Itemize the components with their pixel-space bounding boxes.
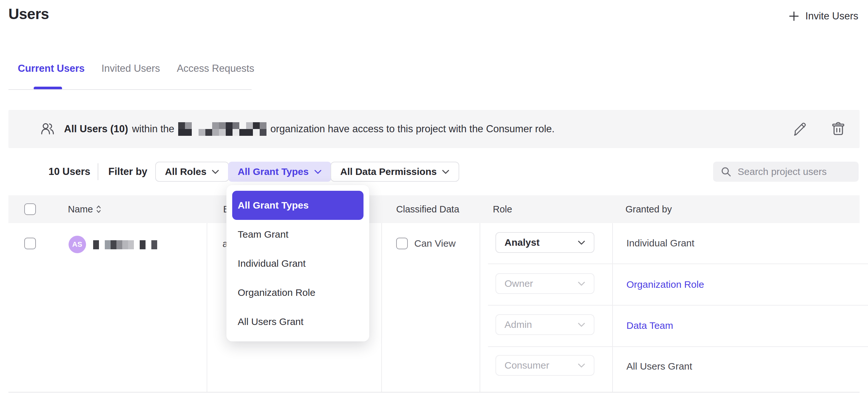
all-data-permissions-filter-button[interactable]: All Data Permissions bbox=[331, 162, 459, 182]
pencil-icon bbox=[792, 122, 807, 136]
avatar: AS bbox=[68, 236, 86, 253]
column-header-role[interactable]: Role bbox=[493, 195, 512, 223]
chevron-down-icon bbox=[578, 323, 585, 327]
redacted-org-name bbox=[178, 122, 267, 136]
plus-icon bbox=[788, 11, 800, 22]
role-select-value: Consumer bbox=[504, 360, 549, 371]
search-icon bbox=[721, 166, 731, 177]
name-header-label: Name bbox=[68, 204, 93, 215]
column-header-name[interactable]: Name bbox=[68, 195, 101, 223]
all-data-permissions-label: All Data Permissions bbox=[340, 166, 437, 177]
role-select-value: Admin bbox=[504, 319, 532, 330]
page-title: Users bbox=[8, 5, 49, 23]
menu-item-all-grant-types[interactable]: All Grant Types bbox=[232, 191, 364, 220]
redacted-user-name bbox=[93, 240, 157, 249]
column-header-granted-by[interactable]: Granted by bbox=[625, 195, 672, 223]
row-divider bbox=[488, 264, 868, 264]
all-roles-label: All Roles bbox=[165, 166, 206, 177]
chevron-down-icon bbox=[442, 170, 450, 174]
classified-data-header-label: Classified Data bbox=[396, 204, 459, 215]
granted-by-header-label: Granted by bbox=[625, 204, 672, 215]
role-header-label: Role bbox=[493, 204, 512, 215]
all-grant-types-filter-button[interactable]: All Grant Types bbox=[228, 162, 332, 182]
menu-item-individual-grant[interactable]: Individual Grant bbox=[226, 249, 369, 278]
users-icon bbox=[40, 122, 55, 136]
table-header: Name E Classified Data Role Granted by bbox=[8, 195, 860, 223]
role-select-admin: Admin bbox=[495, 314, 594, 335]
delete-banner-button[interactable] bbox=[831, 122, 845, 136]
can-view-label: Can View bbox=[414, 238, 456, 249]
search-input[interactable] bbox=[738, 166, 863, 177]
chevron-down-icon bbox=[578, 363, 585, 368]
user-count-label: 10 Users bbox=[49, 166, 90, 178]
all-users-banner: All Users (10) within the organization h… bbox=[8, 110, 860, 148]
chevron-down-icon bbox=[578, 240, 585, 245]
invite-users-button[interactable]: Invite Users bbox=[788, 10, 858, 22]
granted-by-all-users-grant: All Users Grant bbox=[626, 361, 692, 372]
sort-updown-icon[interactable] bbox=[96, 204, 101, 214]
banner-bold-text: All Users (10) bbox=[64, 123, 128, 135]
tab-bar: Current Users Invited Users Access Reque… bbox=[18, 63, 254, 74]
users-page: Users Invite Users Current Users Invited… bbox=[0, 0, 868, 399]
row-select-checkbox[interactable] bbox=[24, 238, 36, 249]
tab-current-users[interactable]: Current Users bbox=[18, 63, 85, 74]
row-divider bbox=[488, 305, 868, 306]
tab-access-requests[interactable]: Access Requests bbox=[177, 63, 254, 74]
invite-users-label: Invite Users bbox=[805, 10, 858, 22]
row-divider bbox=[8, 392, 860, 393]
column-divider bbox=[381, 223, 382, 392]
role-select-value: Owner bbox=[504, 278, 533, 289]
trash-icon bbox=[831, 122, 845, 136]
edit-banner-button[interactable] bbox=[792, 122, 807, 136]
menu-item-organization-role[interactable]: Organization Role bbox=[226, 278, 369, 307]
menu-item-all-users-grant[interactable]: All Users Grant bbox=[226, 307, 369, 336]
select-all-checkbox[interactable] bbox=[24, 204, 36, 215]
chevron-down-icon bbox=[212, 170, 219, 174]
granted-by-data-team-link[interactable]: Data Team bbox=[626, 320, 673, 331]
filter-divider bbox=[98, 163, 98, 180]
menu-item-team-grant[interactable]: Team Grant bbox=[226, 220, 369, 249]
banner-text-before-org: within the bbox=[132, 123, 174, 135]
granted-by-individual-grant: Individual Grant bbox=[626, 238, 694, 249]
chevron-down-icon bbox=[314, 170, 322, 174]
banner-text-after-org: organization have access to this project… bbox=[270, 123, 555, 135]
banner-text: All Users (10) within the organization h… bbox=[64, 122, 555, 136]
grant-types-dropdown-menu: All Grant Types Team Grant Individual Gr… bbox=[226, 185, 369, 341]
role-select-analyst[interactable]: Analyst bbox=[495, 232, 594, 253]
tab-invited-users[interactable]: Invited Users bbox=[101, 63, 160, 74]
search-project-users-box bbox=[713, 162, 859, 182]
chevron-down-icon bbox=[578, 281, 585, 286]
column-header-classified-data[interactable]: Classified Data bbox=[396, 195, 459, 223]
column-divider bbox=[612, 223, 613, 392]
classified-data-cell: Can View bbox=[396, 238, 456, 249]
column-divider bbox=[207, 223, 207, 392]
role-select-consumer: Consumer bbox=[495, 355, 594, 376]
role-select-owner: Owner bbox=[495, 273, 594, 294]
tab-baseline-divider bbox=[8, 89, 252, 90]
filter-by-label: Filter by bbox=[108, 166, 148, 178]
all-roles-filter-button[interactable]: All Roles bbox=[155, 162, 229, 182]
row-divider bbox=[488, 346, 868, 347]
all-grant-types-label: All Grant Types bbox=[238, 166, 309, 177]
granted-by-organization-role-link[interactable]: Organization Role bbox=[626, 279, 704, 290]
can-view-checkbox[interactable] bbox=[396, 238, 408, 249]
role-select-value: Analyst bbox=[504, 237, 539, 248]
column-divider bbox=[479, 223, 480, 392]
